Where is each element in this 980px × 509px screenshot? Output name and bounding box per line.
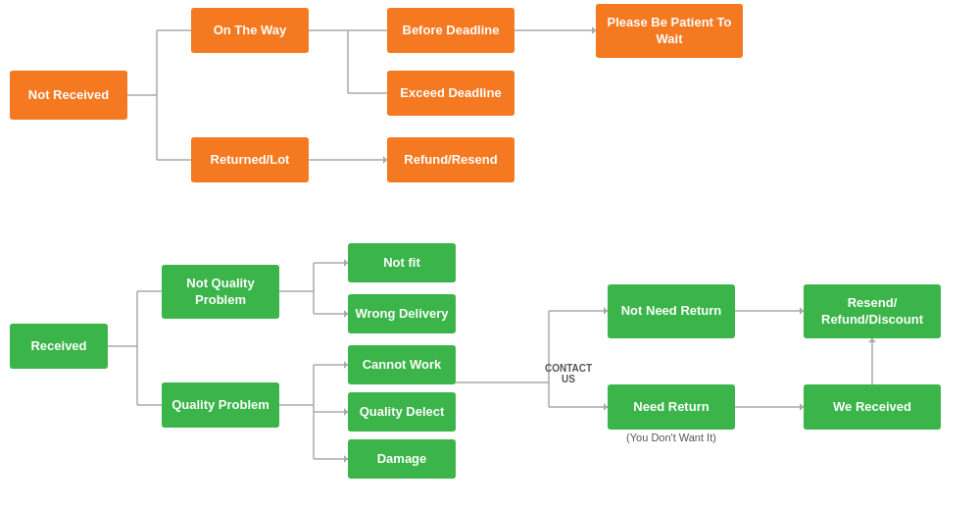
quality-problem-box: Quality Problem [162, 382, 279, 428]
quality-defect-box: Quality Delect [348, 392, 456, 432]
svg-marker-41 [868, 338, 876, 342]
on-the-way-box: On The Way [191, 8, 309, 53]
exceed-deadline-box: Exceed Deadline [387, 71, 514, 116]
not-received-box: Not Received [10, 71, 127, 120]
before-deadline-box: Before Deadline [387, 8, 514, 53]
need-return-box: Need Return [608, 384, 735, 430]
refund-resend-top-box: Refund/Resend [387, 137, 514, 182]
resend-refund-box: Resend/ Refund/Discount [804, 284, 941, 338]
damage-box: Damage [348, 439, 456, 479]
please-wait-box: Please Be Patient To Wait [596, 4, 743, 58]
you-dont-want-label: (You Don't Want It) [598, 432, 745, 443]
we-received-box: We Received [804, 384, 941, 430]
wrong-delivery-box: Wrong Delivery [348, 294, 456, 333]
not-quality-problem-box: Not Quality Problem [162, 265, 279, 319]
received-box: Received [10, 324, 108, 369]
not-fit-box: Not fit [348, 243, 456, 282]
cannot-work-box: Cannot Work [348, 345, 456, 384]
contact-us-label: CONTACT US [544, 363, 593, 384]
returned-lot-box: Returned/Lot [191, 137, 309, 182]
not-need-return-box: Not Need Return [608, 284, 735, 338]
